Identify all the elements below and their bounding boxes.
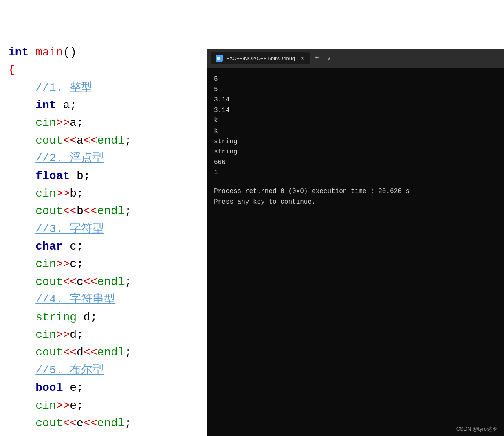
terminal-chevron-icon[interactable]: ∨ [324, 53, 334, 64]
output-line-10: 1 [214, 168, 497, 178]
output-line-4: 3.14 [214, 105, 497, 116]
main-container: int main() { //1. 整型 int a; cin>>a; cout… [0, 0, 504, 436]
watermark: CSDN @tyro达令 [456, 425, 497, 433]
terminal-status: Process returned 0 (0x0) execution time … [214, 186, 497, 207]
status-line-1: Process returned 0 (0x0) execution time … [214, 186, 497, 197]
terminal-body: 5 5 3.14 3.14 k k string string 666 1 Pr… [207, 68, 504, 436]
output-line-3: 3.14 [214, 95, 497, 105]
output-line-7: string [214, 137, 497, 147]
line-func: int main() { //1. 整型 int a; cin>>a; cout… [8, 46, 132, 436]
svg-text:⊞: ⊞ [217, 56, 220, 61]
output-line-5: k [214, 116, 497, 126]
output-line-9: 666 [214, 158, 497, 168]
terminal-tab[interactable]: ⊞ E:\C++\NO2\C++1\bin\Debug ✕ [211, 52, 310, 64]
terminal-close-icon[interactable]: ✕ [300, 55, 305, 61]
terminal-panel: ⊞ E:\C++\NO2\C++1\bin\Debug ✕ + ∨ 5 5 3.… [207, 49, 504, 436]
terminal-tab-label: E:\C++\NO2\C++1\bin\Debug [226, 55, 295, 61]
terminal-tab-icon: ⊞ [216, 55, 223, 62]
output-line-1: 5 [214, 74, 497, 85]
terminal-add-tab-button[interactable]: + [311, 53, 322, 64]
terminal-titlebar: ⊞ E:\C++\NO2\C++1\bin\Debug ✕ + ∨ [207, 49, 504, 68]
output-line-6: k [214, 126, 497, 137]
status-line-2: Press any key to continue. [214, 197, 497, 208]
output-line-2: 5 [214, 85, 497, 95]
output-line-8: string [214, 147, 497, 158]
